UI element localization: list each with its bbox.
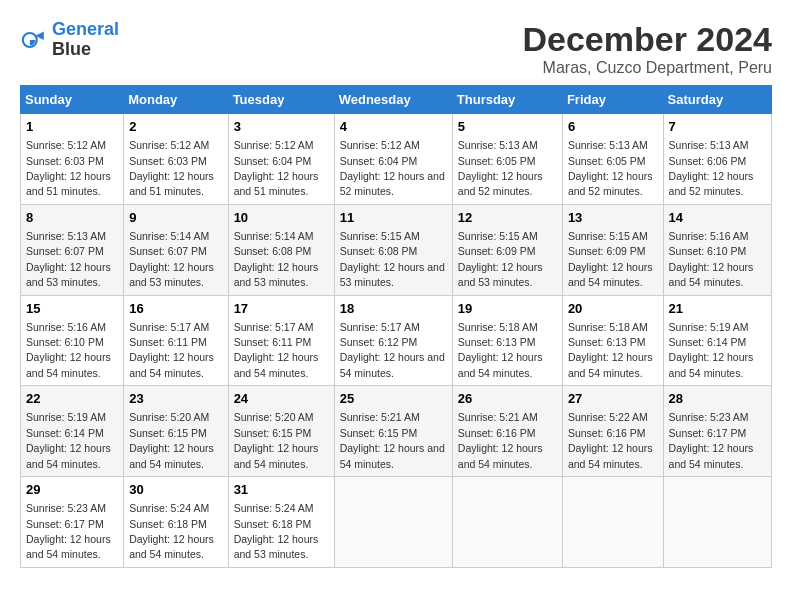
sunset: Sunset: 6:03 PM: [26, 155, 104, 167]
sunrise: Sunrise: 5:22 AM: [568, 411, 648, 423]
header-saturday: Saturday: [663, 86, 771, 114]
calendar-cell: 7 Sunrise: 5:13 AM Sunset: 6:06 PM Dayli…: [663, 114, 771, 205]
sunset: Sunset: 6:09 PM: [568, 245, 646, 257]
day-number: 29: [26, 481, 118, 499]
calendar-cell: 26 Sunrise: 5:21 AM Sunset: 6:16 PM Dayl…: [452, 386, 562, 477]
calendar-cell: 25 Sunrise: 5:21 AM Sunset: 6:15 PM Dayl…: [334, 386, 452, 477]
sunset: Sunset: 6:15 PM: [234, 427, 312, 439]
logo-line2: Blue: [52, 40, 119, 60]
calendar-cell: 1 Sunrise: 5:12 AM Sunset: 6:03 PM Dayli…: [21, 114, 124, 205]
header-thursday: Thursday: [452, 86, 562, 114]
sunset: Sunset: 6:13 PM: [568, 336, 646, 348]
daylight: Daylight: 12 hours and 54 minutes.: [568, 261, 653, 288]
sunset: Sunset: 6:11 PM: [129, 336, 207, 348]
logo-text: General Blue: [52, 20, 119, 60]
sunset: Sunset: 6:10 PM: [669, 245, 747, 257]
day-number: 7: [669, 118, 766, 136]
page-header: General Blue December 2024 Maras, Cuzco …: [20, 20, 772, 77]
daylight: Daylight: 12 hours and 53 minutes.: [129, 261, 214, 288]
daylight: Daylight: 12 hours and 54 minutes.: [234, 351, 319, 378]
sunrise: Sunrise: 5:23 AM: [669, 411, 749, 423]
daylight: Daylight: 12 hours and 52 minutes.: [340, 170, 445, 197]
sunrise: Sunrise: 5:12 AM: [129, 139, 209, 151]
calendar-cell: 18 Sunrise: 5:17 AM Sunset: 6:12 PM Dayl…: [334, 295, 452, 386]
calendar-cell: 23 Sunrise: 5:20 AM Sunset: 6:15 PM Dayl…: [124, 386, 228, 477]
sunset: Sunset: 6:07 PM: [129, 245, 207, 257]
daylight: Daylight: 12 hours and 54 minutes.: [568, 442, 653, 469]
week-row-1: 1 Sunrise: 5:12 AM Sunset: 6:03 PM Dayli…: [21, 114, 772, 205]
header-friday: Friday: [562, 86, 663, 114]
daylight: Daylight: 12 hours and 54 minutes.: [458, 442, 543, 469]
calendar-table: SundayMondayTuesdayWednesdayThursdayFrid…: [20, 85, 772, 568]
day-number: 14: [669, 209, 766, 227]
calendar-cell: 27 Sunrise: 5:22 AM Sunset: 6:16 PM Dayl…: [562, 386, 663, 477]
calendar-cell: 2 Sunrise: 5:12 AM Sunset: 6:03 PM Dayli…: [124, 114, 228, 205]
sunrise: Sunrise: 5:20 AM: [129, 411, 209, 423]
daylight: Daylight: 12 hours and 54 minutes.: [669, 351, 754, 378]
daylight: Daylight: 12 hours and 54 minutes.: [234, 442, 319, 469]
sunrise: Sunrise: 5:12 AM: [234, 139, 314, 151]
daylight: Daylight: 12 hours and 53 minutes.: [340, 261, 445, 288]
day-number: 25: [340, 390, 447, 408]
calendar-cell: 5 Sunrise: 5:13 AM Sunset: 6:05 PM Dayli…: [452, 114, 562, 205]
header-tuesday: Tuesday: [228, 86, 334, 114]
day-number: 1: [26, 118, 118, 136]
sunrise: Sunrise: 5:24 AM: [234, 502, 314, 514]
day-number: 11: [340, 209, 447, 227]
calendar-cell: 6 Sunrise: 5:13 AM Sunset: 6:05 PM Dayli…: [562, 114, 663, 205]
sunset: Sunset: 6:17 PM: [669, 427, 747, 439]
day-number: 31: [234, 481, 329, 499]
day-number: 20: [568, 300, 658, 318]
sunrise: Sunrise: 5:19 AM: [669, 321, 749, 333]
sunrise: Sunrise: 5:16 AM: [26, 321, 106, 333]
daylight: Daylight: 12 hours and 53 minutes.: [234, 261, 319, 288]
week-row-2: 8 Sunrise: 5:13 AM Sunset: 6:07 PM Dayli…: [21, 204, 772, 295]
sunrise: Sunrise: 5:21 AM: [458, 411, 538, 423]
sunrise: Sunrise: 5:16 AM: [669, 230, 749, 242]
daylight: Daylight: 12 hours and 54 minutes.: [568, 351, 653, 378]
calendar-cell: 29 Sunrise: 5:23 AM Sunset: 6:17 PM Dayl…: [21, 477, 124, 568]
sunset: Sunset: 6:08 PM: [234, 245, 312, 257]
calendar-cell: 28 Sunrise: 5:23 AM Sunset: 6:17 PM Dayl…: [663, 386, 771, 477]
sunrise: Sunrise: 5:19 AM: [26, 411, 106, 423]
calendar-cell: 20 Sunrise: 5:18 AM Sunset: 6:13 PM Dayl…: [562, 295, 663, 386]
logo: General Blue: [20, 20, 119, 60]
sunset: Sunset: 6:06 PM: [669, 155, 747, 167]
sunset: Sunset: 6:18 PM: [234, 518, 312, 530]
sunset: Sunset: 6:16 PM: [568, 427, 646, 439]
day-number: 12: [458, 209, 557, 227]
sunset: Sunset: 6:04 PM: [234, 155, 312, 167]
day-number: 16: [129, 300, 222, 318]
logo-line1: General: [52, 19, 119, 39]
daylight: Daylight: 12 hours and 52 minutes.: [568, 170, 653, 197]
sunset: Sunset: 6:18 PM: [129, 518, 207, 530]
daylight: Daylight: 12 hours and 54 minutes.: [340, 442, 445, 469]
sunrise: Sunrise: 5:13 AM: [669, 139, 749, 151]
daylight: Daylight: 12 hours and 54 minutes.: [340, 351, 445, 378]
calendar-cell: 16 Sunrise: 5:17 AM Sunset: 6:11 PM Dayl…: [124, 295, 228, 386]
calendar-cell: 21 Sunrise: 5:19 AM Sunset: 6:14 PM Dayl…: [663, 295, 771, 386]
day-number: 27: [568, 390, 658, 408]
day-number: 26: [458, 390, 557, 408]
day-number: 15: [26, 300, 118, 318]
daylight: Daylight: 12 hours and 53 minutes.: [26, 261, 111, 288]
day-number: 19: [458, 300, 557, 318]
day-number: 4: [340, 118, 447, 136]
sunrise: Sunrise: 5:15 AM: [568, 230, 648, 242]
daylight: Daylight: 12 hours and 54 minutes.: [458, 351, 543, 378]
sunrise: Sunrise: 5:14 AM: [129, 230, 209, 242]
sunset: Sunset: 6:12 PM: [340, 336, 418, 348]
sunset: Sunset: 6:08 PM: [340, 245, 418, 257]
daylight: Daylight: 12 hours and 51 minutes.: [129, 170, 214, 197]
calendar-cell: 31 Sunrise: 5:24 AM Sunset: 6:18 PM Dayl…: [228, 477, 334, 568]
sunset: Sunset: 6:11 PM: [234, 336, 312, 348]
sunset: Sunset: 6:17 PM: [26, 518, 104, 530]
day-number: 30: [129, 481, 222, 499]
calendar-cell: [452, 477, 562, 568]
calendar-cell: 8 Sunrise: 5:13 AM Sunset: 6:07 PM Dayli…: [21, 204, 124, 295]
week-row-3: 15 Sunrise: 5:16 AM Sunset: 6:10 PM Dayl…: [21, 295, 772, 386]
calendar-cell: 9 Sunrise: 5:14 AM Sunset: 6:07 PM Dayli…: [124, 204, 228, 295]
sunrise: Sunrise: 5:13 AM: [26, 230, 106, 242]
week-row-4: 22 Sunrise: 5:19 AM Sunset: 6:14 PM Dayl…: [21, 386, 772, 477]
calendar-cell: 4 Sunrise: 5:12 AM Sunset: 6:04 PM Dayli…: [334, 114, 452, 205]
